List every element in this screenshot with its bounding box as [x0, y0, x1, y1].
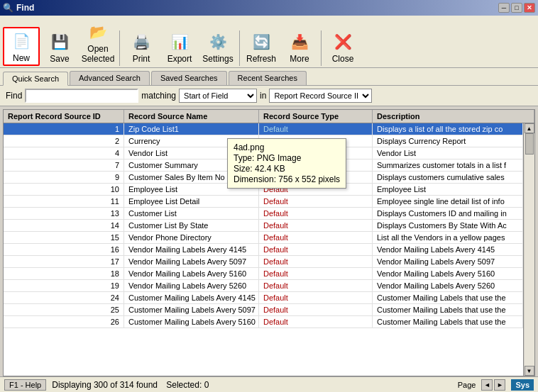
page-navigation: ◄ ► — [481, 379, 505, 391]
print-icon: 🖨️ — [130, 30, 153, 53]
table-row[interactable]: 11Employee List DetailDefaultEmployee si… — [4, 196, 523, 208]
table-row[interactable]: 15Vendor Phone DirectoryDefaultList all … — [4, 232, 523, 244]
cell-desc: Vendor Mailing Labels Avery 4145 — [373, 244, 523, 255]
page-next-button[interactable]: ► — [494, 379, 505, 391]
more-button[interactable]: 📥 More — [281, 28, 318, 66]
cell-desc: Vendor Mailing Labels Avery 5097 — [373, 256, 523, 267]
tab-recent-searches[interactable]: Recent Searches — [229, 71, 307, 85]
cell-id: 11 — [4, 196, 124, 207]
cell-name: Vendor Mailing Labels Avery 4145 — [124, 244, 259, 255]
save-icon: 💾 — [48, 30, 71, 53]
settings-label: Settings — [202, 54, 233, 64]
table-row[interactable]: 13Customer ListDefaultDisplays Customers… — [4, 208, 523, 220]
table-row[interactable]: 16Vendor Mailing Labels Avery 4145Defaul… — [4, 244, 523, 256]
tab-advanced-search[interactable]: Advanced Search — [70, 71, 150, 85]
cell-type: Default — [259, 316, 373, 327]
scroll-down-button[interactable]: ▼ — [525, 366, 534, 376]
cell-id: 1 — [4, 123, 124, 135]
page-label: Page — [458, 381, 476, 389]
refresh-label: Refresh — [246, 54, 276, 64]
scroll-track[interactable] — [525, 133, 534, 366]
cell-type: Default — [259, 244, 373, 255]
window-close-button[interactable]: ✕ — [524, 3, 535, 13]
cell-id: 9 — [4, 172, 124, 183]
cell-name: Customer Mailing Labels Avery 5160 — [124, 316, 259, 327]
cell-type: Default — [259, 220, 373, 231]
table-row[interactable]: 18Vendor Mailing Labels Avery 5160Defaul… — [4, 268, 523, 280]
cell-id: 26 — [4, 316, 124, 327]
tooltip-size: Size: 42.4 KB — [234, 164, 340, 174]
cell-desc: Employee single line detail list of info — [373, 196, 523, 207]
cell-id: 19 — [4, 280, 124, 291]
refresh-button[interactable]: 🔄 Refresh — [243, 28, 280, 66]
save-label: Save — [50, 54, 69, 64]
search-input[interactable] — [25, 89, 138, 103]
table-row[interactable]: 24Customer Mailing Labels Avery 4145Defa… — [4, 292, 523, 304]
close-button[interactable]: ❌ Close — [324, 28, 361, 66]
scroll-up-button[interactable]: ▲ — [525, 123, 534, 133]
new-label: New — [13, 53, 30, 63]
new-button[interactable]: 📄 New — [3, 27, 40, 66]
main-content: 📄 New 💾 Save 📂 Open Selected 🖨️ Print 📊 … — [0, 16, 538, 392]
cell-desc: Vendor Mailing Labels Avery 5260 — [373, 280, 523, 291]
scroll-thumb[interactable] — [525, 133, 534, 155]
close-label: Close — [332, 54, 354, 64]
minimize-button[interactable]: ─ — [498, 3, 510, 13]
in-label: in — [260, 91, 266, 101]
window-title: Find — [16, 3, 498, 13]
cell-name: Vendor Mailing Labels Avery 5260 — [124, 280, 259, 291]
cell-type: Default — [259, 256, 373, 267]
open-selected-button[interactable]: 📂 Open Selected — [79, 18, 116, 66]
table-row[interactable]: 19Vendor Mailing Labels Avery 5260Defaul… — [4, 280, 523, 292]
table-row[interactable]: 1Zip Code List1DefaultDisplays a list of… — [4, 123, 523, 135]
separator-1 — [119, 30, 120, 66]
cell-id: 17 — [4, 256, 124, 267]
display-count: Displaying 300 of 314 found Selected: 0 — [52, 380, 451, 390]
sys-tray: Sys — [511, 379, 534, 391]
table-row[interactable]: 14Customer List By StateDefaultDisplays … — [4, 220, 523, 232]
cell-id: 25 — [4, 304, 124, 315]
cell-type: Default — [259, 208, 373, 219]
print-button[interactable]: 🖨️ Print — [123, 28, 160, 66]
page-prev-button[interactable]: ◄ — [481, 379, 493, 391]
more-label: More — [290, 54, 309, 64]
scrollbar[interactable]: ▲ ▼ — [523, 123, 534, 376]
table-row[interactable]: 26Customer Mailing Labels Avery 5160Defa… — [4, 316, 523, 328]
cell-id: 7 — [4, 159, 124, 171]
cell-type: Default — [259, 232, 373, 243]
col-header-name: Record Source Name — [124, 110, 259, 123]
status-bar: F1 - Help Displaying 300 of 314 found Se… — [0, 376, 538, 392]
tab-saved-searches[interactable]: Saved Searches — [151, 71, 227, 85]
cell-type: Default — [259, 268, 373, 279]
open-selected-label: Open Selected — [82, 44, 115, 64]
export-button[interactable]: 📊 Export — [161, 28, 198, 66]
cell-desc: Vendor Mailing Labels Avery 5160 — [373, 268, 523, 279]
tooltip-type: Type: PNG Image — [234, 153, 340, 163]
matching-dropdown[interactable]: Start of Field Any Part of Field Whole F… — [179, 89, 257, 103]
cell-name: Customer Mailing Labels Avery 5097 — [124, 304, 259, 315]
maximize-button[interactable]: □ — [511, 3, 522, 13]
cell-type: Default — [259, 280, 373, 291]
selected-count-text: Selected: 0 — [166, 380, 209, 390]
cell-id: 2 — [4, 135, 124, 147]
cell-id: 13 — [4, 208, 124, 219]
help-label[interactable]: F1 - Help — [4, 379, 46, 391]
title-bar: 🔍 Find ─ □ ✕ — [0, 0, 538, 16]
cell-name: Vendor Phone Directory — [124, 232, 259, 243]
save-button[interactable]: 💾 Save — [41, 28, 78, 66]
settings-button[interactable]: ⚙️ Settings — [199, 28, 236, 66]
close-icon: ❌ — [331, 30, 354, 53]
source-dropdown[interactable]: Report Record Source II — [269, 89, 372, 103]
cell-type: Default — [259, 292, 373, 303]
cell-desc: Displays Currency Report — [373, 135, 523, 147]
table-row[interactable]: 25Customer Mailing Labels Avery 5097Defa… — [4, 304, 523, 316]
open-icon: 📂 — [87, 21, 109, 43]
app-icon: 🔍 — [3, 3, 13, 13]
table-row[interactable]: 17Vendor Mailing Labels Avery 5097Defaul… — [4, 256, 523, 268]
cell-desc: Displays Customers By State With Ac — [373, 220, 523, 231]
grid-header: Report Record Source ID Record Source Na… — [4, 110, 534, 123]
tab-quick-search[interactable]: Quick Search — [3, 72, 68, 86]
search-bar: Find matching Start of Field Any Part of… — [0, 86, 538, 106]
cell-desc: Displays Customers ID and mailing in — [373, 208, 523, 219]
cell-type: Default — [259, 304, 373, 315]
